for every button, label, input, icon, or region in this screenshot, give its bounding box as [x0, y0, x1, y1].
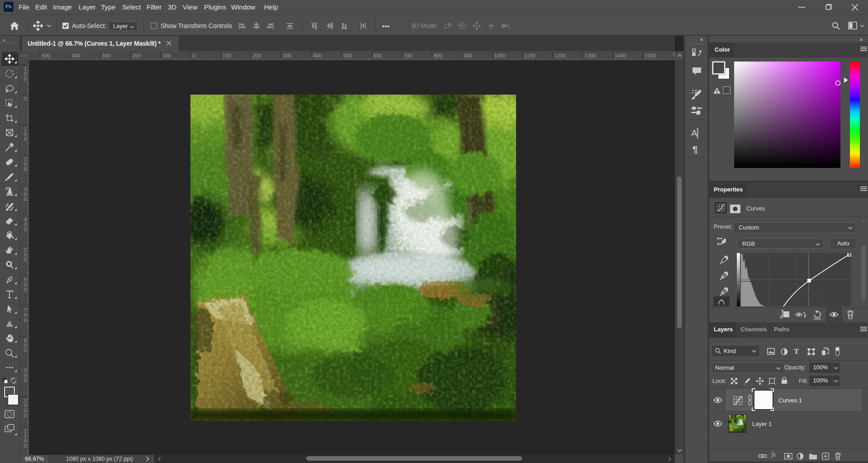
svg-text:700: 700 — [403, 53, 412, 58]
svg-text:0: 0 — [24, 377, 27, 383]
svg-text:0: 0 — [24, 76, 27, 81]
svg-text:0: 0 — [24, 196, 27, 202]
svg-text:400: 400 — [72, 53, 81, 58]
svg-text:200: 200 — [253, 53, 261, 58]
svg-text:600: 600 — [373, 53, 382, 58]
svg-text:400: 400 — [313, 53, 322, 58]
svg-text:0: 0 — [192, 53, 195, 58]
svg-text:0: 0 — [24, 227, 27, 232]
svg-text:1000: 1000 — [494, 53, 506, 58]
svg-text:500: 500 — [42, 53, 50, 58]
svg-text:1400: 1400 — [615, 53, 626, 58]
svg-text:800: 800 — [434, 53, 442, 58]
svg-text:0: 0 — [24, 287, 27, 292]
svg-text:0: 0 — [24, 443, 27, 449]
svg-text:0: 0 — [24, 96, 27, 101]
svg-text:100: 100 — [162, 53, 171, 58]
svg-text:1500: 1500 — [645, 53, 656, 58]
svg-text:0: 0 — [24, 413, 27, 418]
svg-text:0: 0 — [24, 317, 27, 323]
svg-text:0: 0 — [24, 167, 27, 172]
svg-text:300: 300 — [102, 53, 110, 58]
svg-text:1300: 1300 — [584, 53, 596, 58]
svg-text:100: 100 — [223, 53, 231, 58]
svg-text:1100: 1100 — [524, 53, 536, 58]
svg-text:1200: 1200 — [554, 53, 566, 58]
svg-text:200: 200 — [132, 53, 141, 58]
svg-text:0: 0 — [24, 136, 27, 142]
svg-text:300: 300 — [283, 53, 291, 58]
svg-text:900: 900 — [464, 53, 472, 58]
svg-text:0: 0 — [24, 348, 27, 353]
svg-text:0: 0 — [24, 257, 27, 263]
svg-text:500: 500 — [343, 53, 352, 58]
